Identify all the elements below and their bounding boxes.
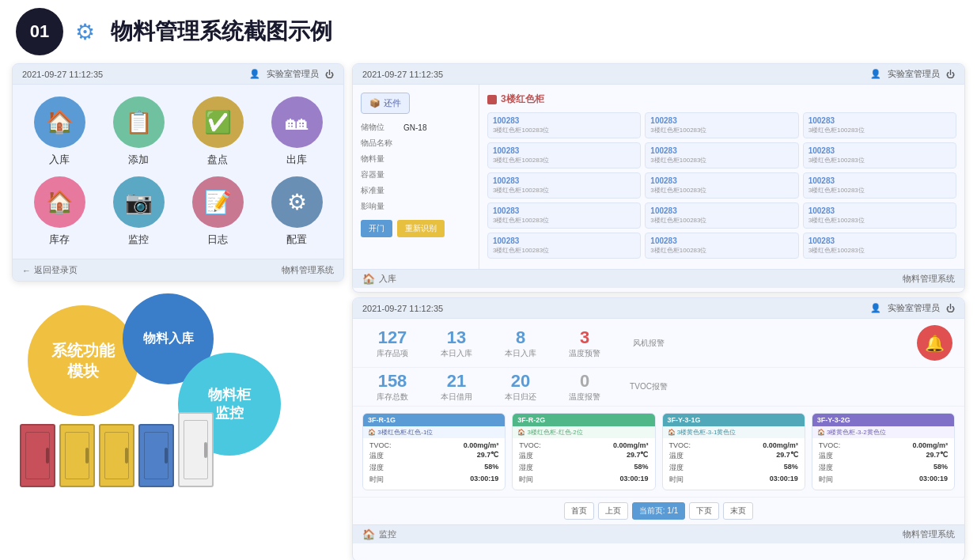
menu-item-config[interactable]: ⚙ 配置 [262, 176, 331, 247]
cabinet-red [20, 424, 55, 487]
stat-borrow: 21 本日借用 [429, 371, 484, 403]
slot-desc: 3楼红色柜100283位 [650, 246, 793, 255]
slot-item[interactable]: 100283 3楼红色柜100283位 [803, 202, 956, 229]
app-header: 2021-09-27 11:12:35 👤 实验室管理员 ⏻ [13, 64, 343, 85]
tvoc-val-3: 0.00mg/m³ [912, 441, 948, 449]
humidity-val-0: 58% [484, 463, 498, 473]
card-sub-text-2: 3楼黄色柜-3-1黄色位 [677, 429, 737, 436]
time-row-3: 时间 03:00:19 [819, 475, 948, 485]
gear-icon: ⚙ [75, 19, 95, 45]
stats-area: 127 库存品项 13 本日入库 8 本日入库 3 温度预警 [353, 319, 964, 368]
app-footer-left: ← 返回登录页 物料管理系统 [13, 259, 343, 281]
slot-item[interactable]: 100283 3楼红色柜100283位 [803, 233, 956, 259]
config-icon: ⚙ [271, 176, 323, 228]
tvoc-row-2: TVOC: 0.00mg/m³ [669, 441, 798, 449]
stats-row2: 158 库存总数 21 本日借用 20 本日归还 0 温度报警 [353, 368, 964, 407]
slot-item[interactable]: 100283 3楼红色柜100283位 [487, 202, 641, 229]
return-label: 还件 [384, 97, 401, 109]
power-icon-top: ⏻ [946, 70, 955, 79]
slot-number: 100283 [808, 176, 951, 185]
tvoc-val-1: 0.00mg/m³ [613, 441, 649, 449]
dashboard-header: 2021-09-27 11:12:35 👤 实验室管理员 ⏻ [353, 298, 964, 319]
box-icon: 📦 [369, 98, 381, 108]
temp-val-1: 29.7℃ [627, 451, 649, 461]
tvoc-row-3: TVOC: 0.00mg/m³ [819, 441, 948, 449]
menu-item-inventory[interactable]: ✅ 盘点 [183, 96, 252, 167]
slot-item[interactable]: 100283 3楼红色柜100283位 [803, 112, 956, 138]
stat-label-0: 温度报警 [557, 392, 612, 403]
slot-item[interactable]: 100283 3楼红色柜100283位 [645, 233, 798, 259]
temp-label-0: 温度 [369, 451, 384, 461]
log-icon: 📝 [192, 176, 244, 228]
refresh-button[interactable]: 重新识别 [397, 220, 445, 237]
slot-number: 100283 [493, 116, 635, 125]
slot-item[interactable]: 100283 3楼红色柜100283位 [645, 112, 798, 138]
menu-item-stock[interactable]: 🏠 库存 [25, 176, 94, 247]
card-sub-2: 🏠 3楼黄色柜-3-1黄色位 [663, 426, 805, 438]
slot-item[interactable]: 100283 3楼红色柜100283位 [645, 142, 798, 168]
stat-tvoc-alarm: TVOC报警 [621, 381, 676, 392]
menu-grid: 🏠 入库 📋 添加 ✅ 盘点 🏘 出库 🏠 库存 [13, 85, 343, 259]
menu-item-add[interactable]: 📋 添加 [104, 96, 173, 167]
first-page-button[interactable]: 首页 [564, 502, 594, 520]
card-sub-0: 🏠 3楼红色柜-红色-1位 [363, 426, 505, 438]
stat-num-0: 0 [557, 371, 612, 392]
card-sub-text-3: 3楼黄色柜-3-2黄色位 [827, 429, 886, 436]
back-arrow-icon: ← [22, 266, 31, 275]
return-button[interactable]: 📦 还件 [361, 93, 410, 114]
menu-item-monitor[interactable]: 📷 监控 [104, 176, 173, 247]
power-icon: ⏻ [325, 70, 334, 79]
bubble-diagram: 系统功能模块 物料入库 物料柜监控 [12, 289, 344, 487]
system-name-right-top: 物料管理系统 [903, 273, 955, 285]
time-val-0: 03:00:19 [470, 475, 498, 485]
open-door-button[interactable]: 开门 [361, 220, 392, 237]
slot-desc: 3楼红色柜100283位 [650, 186, 793, 195]
slot-item[interactable]: 100283 3楼红色柜100283位 [487, 172, 641, 199]
stat-label-3: 温度预警 [557, 348, 612, 359]
stat-total-stock: 158 库存总数 [365, 371, 420, 403]
capacity-label: 容器量 [361, 169, 400, 180]
stat-label-21: 本日借用 [429, 392, 484, 403]
card-header-1: 3F-R-2G [513, 414, 654, 426]
monitor-card-0: 3F-R-1G 🏠 3楼红色柜-红色-1位 TVOC: 0.00mg/m³ 温度… [362, 413, 506, 490]
outbound-label: 出库 [286, 153, 307, 167]
datetime-left: 2021-09-27 11:12:35 [22, 70, 103, 79]
user-icon: 👤 [249, 69, 260, 79]
slot-item[interactable]: 100283 3楼红色柜100283位 [487, 142, 641, 168]
slot-item[interactable]: 100283 3楼红色柜100283位 [487, 233, 641, 259]
location-label: 储物位 [361, 122, 400, 133]
time-label-1: 时间 [519, 475, 533, 485]
card-body-0: TVOC: 0.00mg/m³ 温度 29.7℃ 湿度 58% 时间 [363, 438, 505, 490]
next-page-button[interactable]: 下页 [689, 502, 719, 520]
slot-desc: 3楼红色柜100283位 [493, 156, 635, 165]
card-sub-icon-0: 🏠 [368, 429, 376, 436]
slot-item[interactable]: 100283 3楼红色柜100283位 [645, 172, 798, 199]
header-right-top: 👤 实验室管理员 ⏻ [870, 68, 955, 80]
cabinet-view-window: 2021-09-27 11:12:35 👤 实验室管理员 ⏻ 📦 还件 储物位 [352, 63, 965, 293]
humidity-row-3: 湿度 58% [819, 463, 948, 473]
menu-item-outbound[interactable]: 🏘 出库 [262, 96, 331, 167]
slot-desc: 3楼红色柜100283位 [808, 186, 951, 195]
menu-item-inbound[interactable]: 🏠 入库 [25, 96, 94, 167]
slot-item[interactable]: 100283 3楼红色柜100283位 [487, 112, 641, 138]
stat-num-20: 20 [493, 371, 548, 392]
header-right: 👤 实验室管理员 ⏻ [249, 68, 334, 80]
form-row-name: 物品名称 [361, 138, 471, 149]
cabinet-view-footer: 🏠 入库 物料管理系统 [353, 269, 964, 288]
stat-label-127: 库存品项 [365, 348, 420, 359]
datetime-right-top: 2021-09-27 11:12:35 [362, 70, 443, 79]
menu-item-log[interactable]: 📝 日志 [183, 176, 252, 247]
last-page-button[interactable]: 末页 [723, 502, 753, 520]
slot-item[interactable]: 100283 3楼红色柜100283位 [803, 172, 956, 199]
add-icon: 📋 [113, 96, 165, 148]
slot-number: 100283 [650, 116, 793, 125]
card-body-2: TVOC: 0.00mg/m³ 温度 29.7℃ 湿度 58% 时间 [663, 438, 805, 490]
card-body-1: TVOC: 0.00mg/m³ 温度 29.7℃ 湿度 58% 时间 [513, 438, 654, 490]
back-button[interactable]: ← 返回登录页 [22, 264, 78, 276]
stat-label-tvoc: TVOC报警 [621, 381, 676, 392]
slot-item[interactable]: 100283 3楼红色柜100283位 [803, 142, 956, 168]
slot-item[interactable]: 100283 3楼红色柜100283位 [645, 202, 798, 229]
username-left: 实验室管理员 [267, 68, 319, 80]
prev-page-button[interactable]: 上页 [598, 502, 628, 520]
nav-label: 入库 [379, 273, 396, 285]
